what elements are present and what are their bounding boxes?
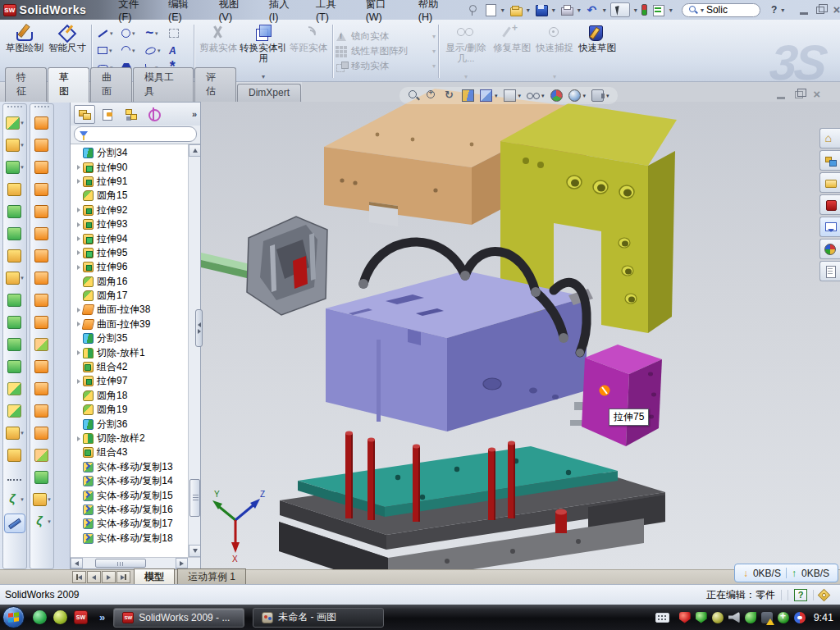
tree-item[interactable]: 圆角16 (74, 275, 188, 289)
toolbar-button[interactable] (34, 156, 48, 178)
toolbar-button[interactable] (6, 112, 24, 134)
zoom-to-fit-icon[interactable] (408, 89, 420, 102)
expander-icon[interactable] (74, 250, 83, 255)
selection-box-icon[interactable] (167, 25, 189, 41)
menu-item[interactable]: 帮助(H) (408, 0, 459, 25)
volume-tray-icon[interactable] (728, 612, 740, 623)
measure-button[interactable] (4, 514, 25, 533)
tab-motion-study[interactable]: 运动算例 1 (177, 568, 246, 586)
tree-filter-box[interactable] (74, 126, 197, 142)
toolbar-button[interactable] (7, 466, 21, 488)
quick-launch-messenger-icon[interactable] (33, 610, 47, 624)
tab-scroll-right-button[interactable] (102, 571, 116, 583)
tree-item[interactable]: 拉伸90 (74, 160, 188, 174)
toolbar-button[interactable] (7, 377, 21, 399)
expander-icon[interactable] (74, 322, 83, 326)
tree-item[interactable]: 实体-移动/复制18 (74, 532, 188, 546)
ribbon-tab[interactable]: DimXpert (237, 84, 301, 102)
expander-icon[interactable] (74, 222, 83, 227)
toolbar-button[interactable] (6, 422, 24, 444)
tab-scroll-last-button[interactable] (116, 571, 130, 583)
toolbar-button[interactable] (7, 399, 21, 422)
view-orientation-icon[interactable] (480, 89, 492, 102)
tree-item[interactable]: 实体-移动/复制13 (74, 460, 188, 474)
rectangle-icon[interactable] (96, 43, 117, 58)
tab-file-explorer[interactable] (819, 172, 840, 193)
hide-show-items-icon[interactable] (527, 89, 539, 102)
quick-launch-app-icon[interactable] (53, 610, 67, 624)
tree-item[interactable]: 圆角15 (74, 189, 188, 203)
tree-item[interactable]: 曲面-拉伸39 (74, 317, 188, 331)
toolbar-button[interactable] (7, 222, 21, 244)
tree-item[interactable]: 圆角18 (74, 389, 188, 403)
part-core-block[interactable] (326, 271, 599, 431)
open-button[interactable] (509, 3, 523, 16)
ribbon-tab[interactable]: 特征 (5, 67, 47, 102)
display-style-icon[interactable] (504, 89, 516, 102)
line-icon[interactable] (96, 25, 117, 41)
scrollbar-thumb[interactable] (189, 479, 200, 517)
scroll-down-button[interactable] (189, 545, 200, 557)
expander-icon[interactable] (74, 208, 83, 212)
tree-item[interactable]: 实体-移动/复制17 (74, 517, 188, 531)
ribbon-tab[interactable]: 模具工具 (133, 67, 194, 102)
expander-icon[interactable] (74, 350, 83, 355)
edit-appearance-icon[interactable] (550, 89, 563, 102)
tab-custom-properties[interactable] (819, 261, 840, 281)
toolbar-button[interactable] (34, 134, 48, 156)
toolbar-button[interactable] (34, 377, 48, 399)
tree-item[interactable]: 拉伸91 (74, 175, 188, 189)
toolbar-button[interactable] (33, 488, 51, 510)
expander-icon[interactable] (74, 165, 83, 170)
graphics-area[interactable]: Y Z X 拉伸75 (201, 102, 840, 569)
tab-model[interactable]: 模型 (134, 568, 175, 586)
panel-overflow-chevron[interactable]: » (192, 109, 197, 119)
instant3d-icon[interactable] (641, 4, 647, 16)
toolbar-button[interactable] (34, 112, 48, 134)
search-scope-dropdown[interactable]: ▾ (701, 7, 704, 14)
taskbar-button-paint[interactable]: 未命名 - 画图 (253, 608, 384, 628)
menu-item[interactable]: 窗口(W) (355, 0, 408, 25)
toolbar-button[interactable] (7, 178, 21, 200)
status-help-button[interactable]: ? (794, 589, 807, 601)
tag-icon[interactable] (818, 588, 831, 601)
options-button[interactable] (651, 3, 665, 16)
tree-item[interactable]: 组合43 (74, 445, 188, 459)
tab-dimxpertmanager[interactable] (143, 105, 164, 124)
rotate-view-icon[interactable] (444, 89, 456, 102)
toolbar-button[interactable] (34, 244, 48, 267)
toolbar-grip[interactable] (7, 106, 22, 109)
tree-item[interactable]: 切除-放样2 (74, 431, 188, 445)
toolbar-button[interactable] (34, 333, 48, 355)
tree-horizontal-scrollbar[interactable] (71, 557, 200, 568)
scrollbar-thumb[interactable] (95, 559, 146, 568)
taskbar-button-solidworks[interactable]: SW SolidWorks 2009 - ... (113, 608, 244, 628)
toolbar-button[interactable] (33, 510, 51, 532)
toolbar-button[interactable] (34, 355, 48, 377)
sync-tray-icon[interactable] (794, 612, 806, 623)
part-core-insert[interactable] (198, 217, 327, 315)
toolbar-button[interactable] (34, 267, 48, 289)
messenger-tray-icon[interactable] (745, 612, 756, 623)
expander-icon[interactable] (74, 179, 83, 184)
menu-item[interactable]: 视图(V) (208, 0, 258, 25)
health-tray-icon[interactable] (778, 612, 789, 623)
convert-entities-button[interactable]: 转换实体引用 ▾ (240, 22, 287, 80)
tab-solidworks-resources-home[interactable] (819, 128, 840, 148)
scroll-right-button[interactable] (176, 558, 188, 568)
tree-item[interactable]: 分割35 (74, 331, 188, 345)
start-button[interactable] (2, 606, 25, 628)
tree-item[interactable]: 实体-移动/复制15 (74, 488, 188, 502)
toolbar-button[interactable] (7, 355, 21, 377)
menu-item[interactable]: 文件(F) (107, 0, 158, 25)
tree-item[interactable]: 拉伸97 (74, 374, 188, 388)
input-method-icon[interactable] (655, 613, 669, 623)
sketch-text-icon[interactable] (167, 43, 189, 58)
tree-item[interactable]: 圆角19 (74, 403, 188, 417)
toolbar-button[interactable] (6, 156, 24, 178)
ribbon-tab[interactable]: 评估 (194, 67, 236, 102)
arc-icon[interactable] (120, 43, 141, 58)
tree-item[interactable]: 分割34 (74, 146, 188, 160)
tree-item[interactable]: 实体-移动/复制14 (74, 474, 188, 488)
new-document-button[interactable] (483, 3, 497, 16)
